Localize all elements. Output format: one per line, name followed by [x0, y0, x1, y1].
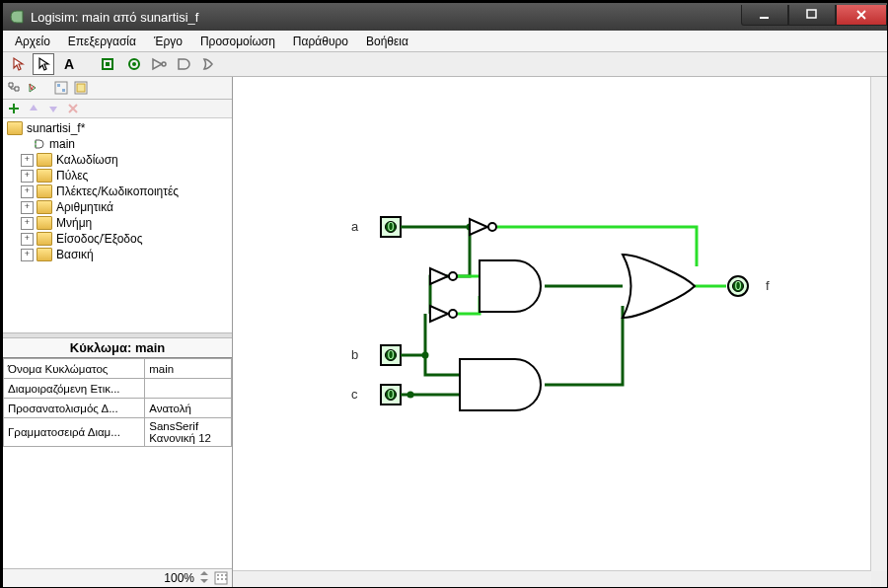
- vertical-scrollbar[interactable]: [870, 77, 887, 571]
- tree-lib-gates[interactable]: +Πύλες: [7, 168, 228, 184]
- not-gate-button[interactable]: [149, 53, 171, 75]
- pin-value: 0: [388, 348, 395, 362]
- project-tree[interactable]: sunartisi_f* main +Καλωδίωση +Πύλες +Πλέ…: [3, 118, 232, 332]
- svg-point-16: [217, 574, 219, 576]
- move-down-button[interactable]: [44, 100, 62, 117]
- attr-row[interactable]: Προσανατολισμός Δ...Ανατολή: [4, 399, 232, 418]
- maximize-button[interactable]: [788, 5, 836, 26]
- not-gate-3[interactable]: [430, 306, 457, 322]
- menu-window[interactable]: Παράθυρο: [285, 34, 356, 49]
- svg-point-17: [221, 574, 223, 576]
- svg-point-20: [221, 578, 223, 580]
- input-pin-b[interactable]: 0: [381, 345, 401, 365]
- folder-icon: [37, 153, 52, 167]
- expander-icon[interactable]: +: [21, 185, 34, 198]
- svg-point-32: [407, 392, 414, 399]
- attr-value[interactable]: [145, 379, 232, 399]
- edit-layout-button[interactable]: [52, 79, 70, 97]
- canvas[interactable]: 0 0 0 0: [233, 77, 887, 587]
- tree-circuit-label: main: [49, 137, 75, 151]
- svg-point-19: [217, 578, 219, 580]
- svg-rect-4: [106, 62, 110, 66]
- move-up-button[interactable]: [25, 100, 42, 117]
- attr-row[interactable]: Γραμματοσειρά Διαμ...SansSerif Κανονική …: [4, 418, 232, 447]
- folder-icon: [37, 200, 52, 214]
- tree-lib-wiring[interactable]: +Καλωδίωση: [7, 152, 228, 168]
- tree-lib-label: Πλέκτες/Κωδικοποιητές: [56, 184, 179, 198]
- menu-edit[interactable]: Επεξεργασία: [60, 34, 144, 49]
- titlebar: Logisim: main από sunartisi_f: [3, 3, 887, 31]
- svg-point-6: [132, 62, 136, 66]
- output-pin-f[interactable]: 0: [728, 276, 748, 296]
- expander-icon[interactable]: +: [21, 233, 34, 246]
- view-tree-button[interactable]: [5, 79, 23, 97]
- tree-lib-base[interactable]: +Βασική: [7, 247, 228, 262]
- menu-simulate[interactable]: Προσομοίωση: [192, 34, 283, 49]
- tree-lib-arithmetic[interactable]: +Αριθμητικά: [7, 199, 228, 215]
- scroll-corner: [871, 571, 887, 587]
- delete-circuit-button[interactable]: [64, 100, 82, 117]
- attr-name: Γραμματοσειρά Διαμ...: [4, 418, 145, 447]
- view-sim-button[interactable]: [25, 79, 42, 97]
- folder-icon: [37, 169, 52, 183]
- edit-appearance-button[interactable]: [72, 79, 90, 97]
- svg-point-13: [35, 141, 37, 143]
- input-pin-a[interactable]: 0: [381, 217, 401, 237]
- attr-row[interactable]: Όνομα Κυκλώματοςmain: [4, 359, 232, 379]
- and-gate-button[interactable]: [175, 53, 196, 75]
- tree-lib-memory[interactable]: +Μνήμη: [7, 215, 228, 231]
- input-pin-c[interactable]: 0: [381, 385, 401, 404]
- svg-point-33: [488, 223, 496, 231]
- attr-value[interactable]: Ανατολή: [145, 399, 232, 418]
- svg-rect-0: [760, 17, 769, 19]
- minimize-button[interactable]: [741, 5, 788, 26]
- menu-help[interactable]: Βοήθεια: [358, 34, 416, 49]
- menu-project[interactable]: Έργο: [146, 34, 190, 49]
- expander-icon[interactable]: +: [21, 201, 34, 214]
- project-toolbar: [3, 100, 232, 118]
- explorer-toolbar: [3, 77, 232, 100]
- not-gate-2[interactable]: [430, 268, 457, 284]
- expander-icon[interactable]: +: [21, 154, 34, 167]
- tree-lib-io[interactable]: +Είσοδος/Έξοδος: [7, 231, 228, 247]
- svg-rect-12: [77, 84, 85, 92]
- input-pin-button[interactable]: [98, 53, 119, 75]
- pin-label-c: c: [351, 387, 358, 402]
- folder-icon: [37, 184, 52, 198]
- or-gate[interactable]: [623, 255, 695, 318]
- expander-icon[interactable]: +: [21, 217, 34, 230]
- app-icon: [9, 9, 25, 25]
- pin-value: 0: [735, 279, 742, 293]
- or-gate-button[interactable]: [200, 53, 222, 75]
- app-window: Logisim: main από sunartisi_f Αρχείο Επε…: [2, 2, 888, 588]
- zoom-stepper[interactable]: [198, 570, 210, 587]
- not-gate-1[interactable]: [470, 219, 496, 235]
- circuit-diagram[interactable]: 0 0 0 0: [233, 77, 887, 587]
- text-tool-button[interactable]: A: [58, 53, 80, 75]
- select-tool-button[interactable]: [33, 53, 54, 75]
- menu-file[interactable]: Αρχείο: [7, 34, 58, 49]
- attr-row[interactable]: Διαμοιραζόμενη Ετικ...: [4, 379, 232, 399]
- svg-point-34: [449, 272, 457, 280]
- tree-lib-label: Είσοδος/Έξοδος: [56, 232, 143, 246]
- tree-root[interactable]: sunartisi_f*: [7, 120, 228, 136]
- attr-value[interactable]: main: [145, 359, 232, 379]
- grid-toggle-icon[interactable]: [214, 571, 228, 585]
- folder-icon: [7, 121, 23, 135]
- horizontal-scrollbar[interactable]: [233, 570, 871, 587]
- zoom-value: 100%: [164, 571, 194, 585]
- add-circuit-button[interactable]: [5, 100, 23, 117]
- close-button[interactable]: [836, 5, 887, 26]
- poke-tool-button[interactable]: [7, 53, 29, 75]
- attr-value[interactable]: SansSerif Κανονική 12: [145, 418, 232, 447]
- output-pin-button[interactable]: [123, 53, 145, 75]
- svg-rect-1: [807, 10, 816, 18]
- tree-circuit-main[interactable]: main: [7, 136, 228, 152]
- expander-icon[interactable]: +: [21, 170, 34, 183]
- and-gate-1[interactable]: [480, 260, 541, 312]
- main-area: sunartisi_f* main +Καλωδίωση +Πύλες +Πλέ…: [3, 77, 887, 587]
- tree-lib-plexers[interactable]: +Πλέκτες/Κωδικοποιητές: [7, 184, 228, 199]
- expander-icon[interactable]: +: [21, 249, 34, 261]
- and-gate-2[interactable]: [460, 359, 541, 410]
- svg-point-18: [225, 574, 227, 576]
